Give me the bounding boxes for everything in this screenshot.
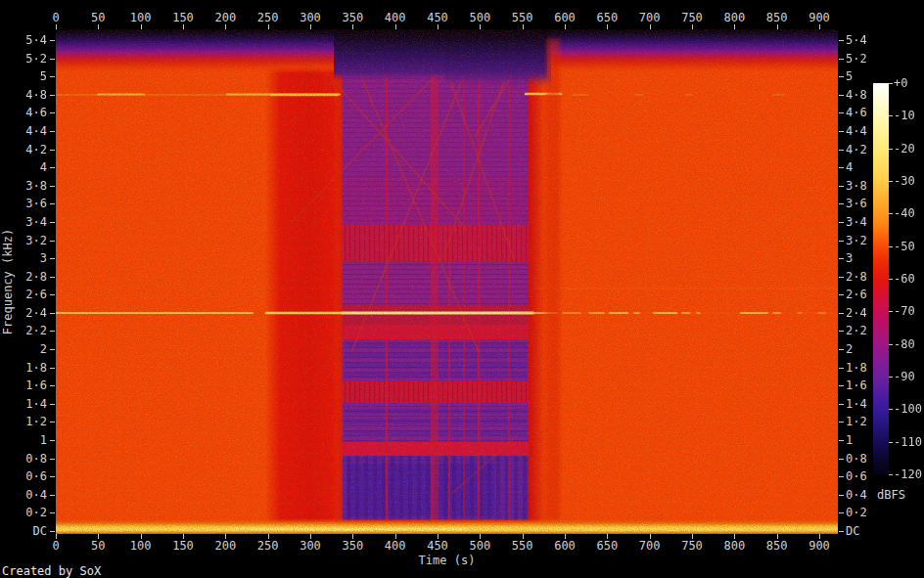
- freq-tick-label-right: 3·2: [846, 235, 885, 246]
- freq-tick-right: [839, 531, 844, 532]
- time-tick-label-bottom: 700: [626, 540, 673, 552]
- freq-tick-left: [50, 277, 55, 278]
- freq-tick-label-right: 2·2: [846, 325, 885, 336]
- freq-tick-label-right: 4·8: [846, 89, 885, 101]
- time-tick-label-bottom: 300: [287, 540, 334, 552]
- freq-tick-label-right: 0·4: [846, 489, 885, 501]
- freq-tick-label-left: 5·2: [6, 53, 47, 65]
- freq-tick-right: [839, 186, 844, 187]
- freq-tick-label-left: 2·4: [6, 307, 47, 319]
- time-tick-top: [650, 24, 651, 29]
- freq-tick-left: [50, 331, 55, 332]
- freq-tick-label-left: 5·4: [6, 34, 47, 46]
- freq-tick-label-left: 2·2: [6, 325, 47, 336]
- freq-tick-label-left: 3·8: [6, 180, 47, 192]
- time-tick-label-bottom: 600: [541, 540, 588, 552]
- colorbar-tick-label: -110: [894, 436, 924, 448]
- x-axis-title: Time (s): [56, 554, 838, 567]
- freq-tick-label-left: 3·6: [6, 198, 47, 209]
- time-tick-label-bottom: 100: [117, 540, 164, 552]
- time-tick-top: [692, 24, 693, 29]
- freq-tick-right: [839, 440, 844, 441]
- colorbar-tick: [889, 311, 893, 312]
- time-tick-top: [565, 24, 566, 29]
- colorbar-tick-label: -70: [894, 305, 924, 317]
- colorbar-tick: [889, 149, 893, 150]
- time-tick-label-top: 750: [669, 12, 716, 23]
- time-tick-label-bottom: 50: [74, 540, 121, 552]
- time-tick-top: [819, 24, 820, 29]
- freq-tick-label-left: 2·8: [6, 271, 47, 283]
- freq-tick-label-left: 4: [6, 161, 47, 173]
- freq-tick-left: [50, 440, 55, 441]
- time-tick-label-top: 550: [499, 12, 546, 23]
- freq-tick-right: [839, 76, 844, 77]
- freq-tick-label-left: 1·4: [6, 398, 47, 410]
- freq-tick-left: [50, 349, 55, 350]
- colorbar-tick-label: -50: [894, 241, 924, 252]
- time-tick-label-bottom: 550: [499, 540, 546, 552]
- time-tick-top: [777, 24, 778, 29]
- time-tick-label-top: 100: [117, 12, 164, 23]
- freq-tick-left: [50, 385, 55, 386]
- colorbar-tick-label: -10: [894, 110, 924, 121]
- freq-tick-left: [50, 495, 55, 496]
- time-tick-label-bottom: 650: [583, 540, 630, 552]
- time-tick-label-top: 600: [541, 12, 588, 23]
- freq-tick-label-left: 1: [6, 434, 47, 446]
- freq-tick-right: [839, 476, 844, 477]
- freq-tick-left: [50, 241, 55, 242]
- time-tick-top: [395, 24, 396, 29]
- time-tick-label-bottom: 150: [160, 540, 207, 552]
- freq-tick-right: [839, 294, 844, 295]
- freq-tick-label-right: 1·2: [846, 416, 885, 427]
- freq-tick-right: [839, 331, 844, 332]
- freq-tick-right: [839, 422, 844, 422]
- freq-tick-label-right: 1·8: [846, 362, 885, 374]
- freq-tick-label-left: 0·6: [6, 470, 47, 482]
- freq-tick-right: [839, 459, 844, 460]
- spectrogram-canvas: [56, 29, 838, 534]
- freq-tick-right: [839, 385, 844, 386]
- freq-tick-right: [839, 203, 844, 204]
- freq-tick-label-right: 2·4: [846, 307, 885, 319]
- time-tick-label-top: 650: [583, 12, 630, 23]
- freq-tick-left: [50, 40, 55, 41]
- freq-tick-label-right: 3·6: [846, 198, 885, 209]
- colorbar-tick: [889, 115, 893, 116]
- freq-tick-label-right: 3: [846, 252, 885, 264]
- freq-tick-right: [839, 112, 844, 113]
- freq-tick-label-left: 3·2: [6, 235, 47, 246]
- freq-tick-label-right: DC: [846, 525, 885, 537]
- freq-tick-right: [839, 167, 844, 168]
- time-tick-label-bottom: 500: [456, 540, 503, 552]
- time-tick-top: [438, 24, 439, 29]
- freq-tick-left: [50, 186, 55, 187]
- freq-tick-left: [50, 294, 55, 295]
- colorbar-tick: [889, 83, 893, 84]
- time-tick-top: [523, 24, 524, 29]
- freq-tick-left: [50, 76, 55, 77]
- freq-tick-label-right: 4·4: [846, 125, 885, 137]
- freq-tick-label-right: 5·4: [846, 34, 885, 46]
- time-tick-top: [352, 24, 353, 29]
- freq-tick-left: [50, 131, 55, 132]
- time-tick-label-top: 500: [456, 12, 503, 23]
- freq-tick-label-left: 4·4: [6, 125, 47, 137]
- freq-tick-label-left: 3·4: [6, 216, 47, 228]
- colorbar-tick-label: -100: [894, 403, 924, 415]
- freq-tick-right: [839, 131, 844, 132]
- colorbar-tick-label: -80: [894, 338, 924, 350]
- time-tick-label-bottom: 750: [669, 540, 716, 552]
- freq-tick-left: [50, 222, 55, 223]
- colorbar-tick: [889, 442, 893, 443]
- time-tick-label-bottom: 350: [329, 540, 376, 552]
- colorbar-tick: [889, 181, 893, 182]
- freq-tick-right: [839, 368, 844, 369]
- freq-tick-label-right: 5·2: [846, 53, 885, 65]
- freq-tick-left: [50, 404, 55, 405]
- freq-tick-label-right: 5: [846, 70, 885, 82]
- time-tick-top: [56, 24, 57, 29]
- time-tick-label-top: 150: [160, 12, 207, 23]
- freq-tick-label-right: 1: [846, 434, 885, 446]
